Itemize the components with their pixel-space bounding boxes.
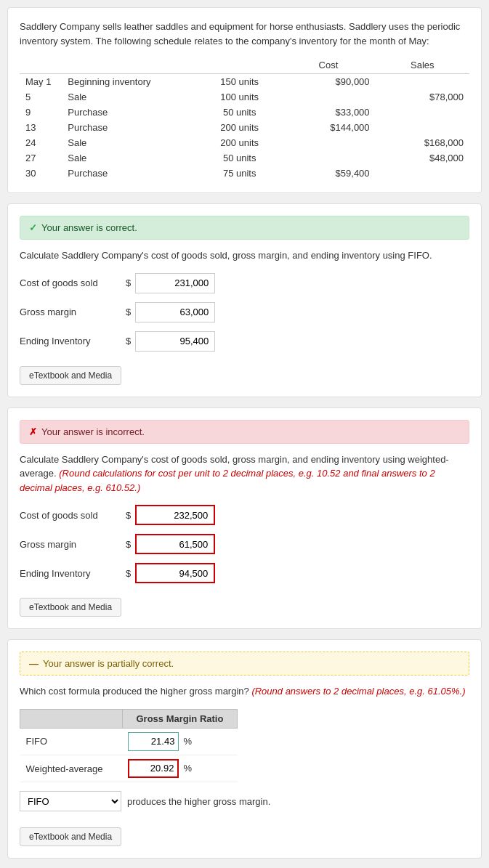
table-row: 27 Sale 50 units $48,000 [20, 150, 469, 166]
col-header-sales: Sales [376, 57, 469, 74]
field-row: Gross margin $ [20, 302, 469, 323]
higher-margin-select[interactable]: FIFOWeighted-average [20, 791, 121, 811]
field-dollar: $ [126, 277, 131, 288]
table-row: 13 Purchase 200 units $144,000 [20, 120, 469, 135]
field-dollar: $ [126, 510, 131, 521]
field-label: Cost of goods sold [20, 510, 121, 521]
section1-question: Calculate Saddlery Company's cost of goo… [20, 248, 469, 263]
row-cost [281, 150, 375, 166]
field-row: Cost of goods sold $ [20, 505, 469, 525]
field-label: Ending Inventory [20, 568, 121, 579]
row-date: May 1 [20, 74, 62, 90]
gmr-input[interactable] [128, 759, 179, 778]
field-dollar: $ [126, 568, 131, 579]
row-cost: $59,400 [281, 166, 375, 181]
row-description: Beginning inventory [62, 74, 198, 90]
banner-incorrect-text: Your answer is incorrect. [41, 426, 145, 437]
field-dollar: $ [126, 336, 131, 346]
field-input[interactable] [135, 534, 215, 554]
field-label: Gross margin [20, 539, 121, 550]
row-sales: $48,000 [376, 150, 469, 166]
row-units: 200 units [198, 120, 281, 135]
percent-sign: % [183, 763, 192, 774]
field-row: Cost of goods sold $ [20, 273, 469, 293]
row-cost: $144,000 [281, 120, 375, 135]
row-units: 150 units [198, 74, 281, 90]
gmr-input[interactable] [128, 732, 179, 751]
gmr-row-value-cell: % [122, 755, 237, 782]
row-description: Purchase [62, 166, 198, 181]
section3-question-text: Which cost formula produced the higher g… [20, 686, 249, 697]
row-units: 200 units [198, 135, 281, 150]
section3-round-note: (Round answers to 2 decimal places, e.g.… [251, 686, 465, 697]
row-units: 50 units [198, 150, 281, 166]
row-cost [281, 89, 375, 105]
percent-sign: % [183, 736, 192, 747]
gmr-row-label: FIFO [20, 728, 123, 755]
row-date: 24 [20, 135, 62, 150]
field-input[interactable] [135, 273, 215, 293]
gmr-row-value-cell: % [122, 729, 237, 755]
section3-etextbook-button[interactable]: eTextbook and Media [20, 827, 121, 846]
x-icon: ✗ [29, 426, 37, 437]
field-input[interactable] [135, 563, 215, 583]
row-sales [376, 120, 469, 135]
banner-incorrect: ✗ Your answer is incorrect. [20, 420, 469, 444]
section1-card: ✓ Your answer is correct. Calculate Sadd… [7, 203, 482, 397]
produces-text: produces the higher gross margin. [127, 796, 270, 807]
section2-etextbook-button[interactable]: eTextbook and Media [20, 598, 121, 617]
row-sales [376, 166, 469, 181]
gmr-row: FIFO % [20, 728, 238, 755]
section2-etextbook[interactable]: eTextbook and Media [20, 592, 469, 617]
row-date: 13 [20, 120, 62, 135]
row-date: 9 [20, 105, 62, 120]
row-cost: $90,000 [281, 74, 375, 90]
section3-card: — Your answer is partially correct. Whic… [7, 639, 482, 859]
row-sales: $78,000 [376, 89, 469, 105]
section3-question: Which cost formula produced the higher g… [20, 684, 469, 699]
row-units: 75 units [198, 166, 281, 181]
row-description: Purchase [62, 120, 198, 135]
table-row: 30 Purchase 75 units $59,400 [20, 166, 469, 181]
row-date: 27 [20, 150, 62, 166]
check-icon: ✓ [29, 222, 37, 233]
row-description: Purchase [62, 105, 198, 120]
section1-etextbook-button[interactable]: eTextbook and Media [20, 366, 121, 385]
col-header-cost: Cost [281, 57, 375, 74]
field-input[interactable] [135, 302, 215, 323]
row-sales: $168,000 [376, 135, 469, 150]
gmr-row-label: Weighted-average [20, 755, 123, 782]
table-row: 9 Purchase 50 units $33,000 [20, 105, 469, 120]
gmr-table: Gross Margin Ratio FIFO % Weighted-avera… [20, 709, 238, 783]
row-cost: $33,000 [281, 105, 375, 120]
field-input[interactable] [135, 331, 215, 352]
field-dollar: $ [126, 539, 131, 550]
row-sales [376, 74, 469, 90]
section1-etextbook[interactable]: eTextbook and Media [20, 360, 469, 385]
row-cost [281, 135, 375, 150]
field-dollar: $ [126, 307, 131, 317]
row-description: Sale [62, 150, 198, 166]
field-label: Cost of goods sold [20, 277, 121, 288]
field-input[interactable] [135, 505, 215, 525]
banner-correct: ✓ Your answer is correct. [20, 216, 469, 240]
field-label: Gross margin [20, 307, 121, 317]
gmr-row: Weighted-average % [20, 755, 238, 782]
gmr-header: Gross Margin Ratio [122, 709, 237, 728]
banner-partial-text: Your answer is partially correct. [43, 658, 174, 669]
table-row: 5 Sale 100 units $78,000 [20, 89, 469, 105]
row-date: 30 [20, 166, 62, 181]
row-date: 5 [20, 89, 62, 105]
section3-etextbook[interactable]: eTextbook and Media [20, 822, 469, 846]
table-row: 24 Sale 200 units $168,000 [20, 135, 469, 150]
field-row: Gross margin $ [20, 534, 469, 554]
row-description: Sale [62, 89, 198, 105]
banner-correct-text: Your answer is correct. [41, 222, 137, 233]
row-description: Sale [62, 135, 198, 150]
field-label: Ending Inventory [20, 336, 121, 346]
row-units: 100 units [198, 89, 281, 105]
field-row: Ending Inventory $ [20, 563, 469, 583]
table-row: May 1 Beginning inventory 150 units $90,… [20, 74, 469, 90]
section2-question: Calculate Saddlery Company's cost of goo… [20, 453, 469, 495]
banner-partial: — Your answer is partially correct. [20, 652, 469, 676]
